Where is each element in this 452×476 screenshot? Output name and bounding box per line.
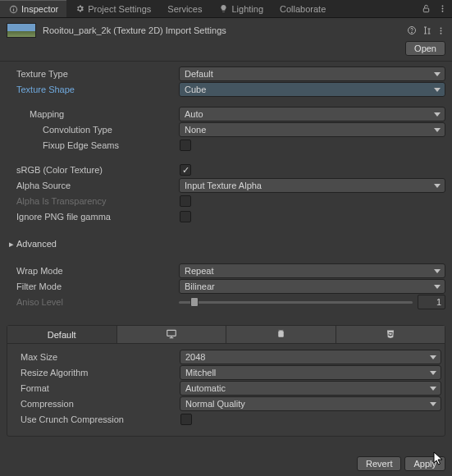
resize-dropdown[interactable]: Mitchell [180, 365, 441, 380]
texture-shape-dropdown[interactable]: Cube [179, 82, 445, 97]
platform-tab-default[interactable]: Default [7, 326, 117, 343]
format-dropdown[interactable]: Automatic [180, 381, 441, 396]
alpha-transparency-checkbox[interactable] [180, 195, 191, 207]
aniso-slider[interactable] [179, 296, 413, 308]
html5-icon [386, 329, 395, 341]
svg-rect-3 [423, 8, 428, 12]
advanced-label: Advanced [16, 239, 57, 249]
svg-rect-12 [167, 330, 176, 336]
lock-icon[interactable] [419, 2, 432, 16]
tab-inspector[interactable]: Inspector [0, 0, 66, 17]
svg-point-2 [13, 7, 14, 7]
alpha-source-dropdown[interactable]: Input Texture Alpha [179, 178, 445, 193]
platform-settings: Default Max Size 2048 Resize Algorithm M… [7, 325, 445, 437]
svg-point-8 [412, 32, 413, 33]
bulb-icon [218, 4, 228, 14]
asset-title: Rooitou_park_2k (Texture 2D) Import Sett… [43, 25, 226, 35]
asset-thumbnail [7, 23, 36, 38]
kebab-icon[interactable] [436, 2, 449, 16]
max-size-label: Max Size [11, 352, 180, 362]
tab-project-settings[interactable]: Project Settings [66, 0, 159, 17]
tab-lighting[interactable]: Lighting [210, 0, 272, 17]
format-label: Format [11, 383, 180, 393]
texture-type-label: Texture Type [7, 69, 179, 79]
apply-button[interactable]: Apply [404, 456, 445, 471]
texture-shape-label: Texture Shape [7, 85, 179, 94]
alpha-transparency-label: Alpha Is Transparency [7, 196, 179, 206]
inspector-header: Rooitou_park_2k (Texture 2D) Import Sett… [0, 18, 452, 41]
wrap-mode-label: Wrap Mode [7, 266, 179, 276]
srgb-checkbox[interactable] [180, 164, 191, 176]
info-icon [8, 4, 18, 14]
svg-point-6 [441, 11, 443, 12]
ignore-png-label: Ignore PNG file gamma [7, 212, 179, 222]
platform-tab-label: Default [48, 330, 76, 340]
monitor-icon [166, 328, 177, 341]
compression-dropdown[interactable]: Normal Quality [180, 396, 441, 411]
svg-point-9 [441, 27, 442, 29]
texture-type-dropdown[interactable]: Default [179, 66, 445, 81]
fixup-checkbox[interactable] [180, 140, 191, 151]
platform-tab-webgl[interactable] [336, 326, 445, 343]
tab-collaborate[interactable]: Collaborate [272, 0, 334, 17]
compression-label: Compression [11, 399, 180, 409]
android-icon [276, 328, 286, 341]
mapping-label: Mapping [7, 109, 179, 119]
aniso-label: Aniso Level [7, 297, 179, 307]
foldout-arrow-icon: ▸ [7, 239, 16, 249]
aniso-field[interactable]: 1 [418, 295, 445, 309]
fixup-label: Fixup Edge Seams [7, 140, 179, 150]
wrap-mode-dropdown[interactable]: Repeat [179, 263, 445, 278]
preset-icon[interactable] [422, 25, 431, 35]
gear-icon [75, 4, 84, 14]
tab-bar: Inspector Project Settings Services Ligh… [0, 0, 452, 18]
revert-button[interactable]: Revert [357, 456, 401, 471]
svg-point-11 [441, 32, 442, 34]
ignore-png-checkbox[interactable] [180, 211, 191, 222]
filter-mode-dropdown[interactable]: Bilinear [179, 279, 445, 294]
resize-label: Resize Algorithm [11, 368, 180, 378]
tab-label: Inspector [21, 4, 58, 14]
mapping-dropdown[interactable]: Auto [179, 107, 445, 121]
convolution-dropdown[interactable]: None [179, 122, 445, 137]
help-icon[interactable] [407, 25, 417, 35]
tab-label: Services [167, 4, 202, 14]
advanced-foldout[interactable]: ▸ Advanced [7, 236, 445, 251]
svg-point-4 [441, 5, 443, 7]
crunch-checkbox[interactable] [180, 414, 192, 425]
tab-label: Project Settings [88, 4, 151, 14]
svg-point-10 [441, 30, 442, 31]
platform-tab-standalone[interactable] [117, 326, 227, 343]
component-menu-icon[interactable] [436, 26, 445, 35]
convolution-label: Convolution Type [7, 125, 179, 135]
platform-tab-android[interactable] [226, 326, 336, 343]
svg-point-5 [441, 8, 443, 10]
alpha-source-label: Alpha Source [7, 181, 179, 190]
tab-label: Lighting [231, 4, 263, 14]
srgb-label: sRGB (Color Texture) [7, 165, 179, 175]
texture-settings: Texture Type Default Texture Shape Cube … [0, 66, 452, 317]
tab-services[interactable]: Services [159, 0, 210, 17]
crunch-label: Use Crunch Compression [11, 414, 180, 424]
filter-mode-label: Filter Mode [7, 281, 179, 291]
max-size-dropdown[interactable]: 2048 [180, 350, 441, 364]
open-button[interactable]: Open [405, 41, 445, 56]
tab-label: Collaborate [280, 4, 326, 14]
